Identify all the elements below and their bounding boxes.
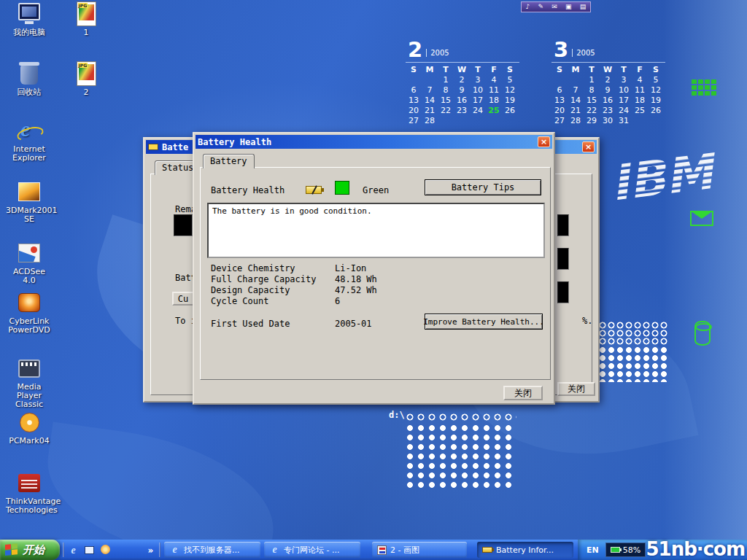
desktop-icon-thinkvantage[interactable]: ThinkVantage Technologies bbox=[6, 470, 53, 515]
calendar-day: 7 bbox=[422, 85, 438, 96]
calendar-day: 28 bbox=[568, 116, 584, 126]
close-icon[interactable] bbox=[538, 136, 550, 147]
close-button[interactable]: 关闭 bbox=[557, 382, 595, 396]
tab-battery[interactable]: Battery bbox=[203, 154, 255, 168]
calendar-day: 21 bbox=[568, 106, 584, 116]
media-player-icon bbox=[101, 545, 110, 554]
taskbar-task-paint[interactable]: 2 - 画图 bbox=[372, 542, 467, 558]
desktop-icon-pcmark04[interactable]: PCMark04 bbox=[6, 410, 53, 446]
notes-icon[interactable] bbox=[580, 4, 587, 10]
desktop: 22005SMTWTFS1234567891011121314151617181… bbox=[0, 0, 747, 560]
battery-health-dialog[interactable]: Battery Health Battery Battery Health Gr… bbox=[193, 132, 555, 405]
desktop-icon-acdsee[interactable]: ACDSee 4.0 bbox=[6, 241, 53, 285]
health-label: Battery Health bbox=[211, 185, 285, 195]
calendar-day-header: T bbox=[470, 65, 486, 75]
desktop-icon-my-computer[interactable]: 我的电脑 bbox=[6, 1, 53, 37]
internet-explorer-icon bbox=[17, 118, 42, 143]
task-label: 专门网论坛 - ... bbox=[284, 545, 339, 556]
speaker-icon[interactable] bbox=[526, 4, 530, 10]
media-player-classic-icon bbox=[18, 359, 40, 378]
desktop-icon-label: 2 bbox=[67, 88, 105, 97]
calendar-day: 9 bbox=[454, 85, 470, 96]
taskbar-task-forum[interactable]: 专门网论坛 - ... bbox=[264, 542, 360, 558]
calendar-day: 8 bbox=[438, 85, 454, 96]
quicklaunch-more[interactable] bbox=[144, 543, 157, 556]
jpg-file-icon: JPG bbox=[77, 1, 96, 26]
calendar-day: 1 bbox=[438, 75, 454, 85]
calendar-day-header: M bbox=[568, 65, 584, 75]
desktop-icon-3dmark2001[interactable]: 3DMark2001 SE bbox=[6, 179, 53, 224]
calendar-day: 21 bbox=[422, 106, 438, 116]
calendar-day: 5 bbox=[648, 75, 664, 85]
pen-icon[interactable] bbox=[538, 4, 544, 10]
ie-icon bbox=[172, 544, 177, 556]
calendar-day: 15 bbox=[584, 96, 600, 106]
percent-text: %. bbox=[582, 316, 592, 326]
calendar-day: 4 bbox=[632, 75, 648, 85]
desktop-icon-label: 我的电脑 bbox=[6, 28, 53, 37]
calendar-day: 10 bbox=[470, 85, 486, 96]
dot-pattern-filled bbox=[406, 424, 516, 488]
calendar-day: 2 bbox=[600, 75, 616, 85]
calendar-day bbox=[470, 116, 486, 126]
calendar-day: 2 bbox=[454, 75, 470, 85]
calendar-month: 3 bbox=[554, 41, 568, 59]
monitor-icon[interactable] bbox=[565, 4, 572, 10]
calendar-day: 12 bbox=[648, 85, 664, 96]
calendar-day: 8 bbox=[584, 85, 600, 96]
taskbar-task-battery-information[interactable]: Battery Infor... bbox=[477, 542, 573, 558]
taskbar-separator bbox=[63, 542, 64, 557]
start-button[interactable]: 开始 bbox=[0, 540, 60, 560]
dialog-panel: Battery Health Green Battery Tips The ba… bbox=[200, 167, 551, 380]
desktop-icon-jpg-2[interactable]: JPG 2 bbox=[67, 61, 105, 97]
mail-icon[interactable] bbox=[551, 4, 557, 10]
dialog-titlebar[interactable]: Battery Health bbox=[196, 135, 552, 149]
close-icon[interactable] bbox=[582, 141, 595, 152]
windows-flag-icon bbox=[5, 543, 19, 557]
calendar-day: 20 bbox=[406, 106, 422, 116]
desktop-icon-jpg-1[interactable]: JPG 1 bbox=[67, 1, 105, 37]
language-indicator[interactable]: EN bbox=[587, 545, 599, 555]
desktop-icon-powerdvd[interactable]: CyberLink PowerDVD bbox=[6, 290, 53, 335]
envelope-icon bbox=[690, 211, 713, 226]
field-label: Cycle Count bbox=[211, 296, 268, 306]
calendar-day: 3 bbox=[470, 75, 486, 85]
thinkvantage-icon bbox=[18, 474, 40, 492]
calendar-day: 13 bbox=[551, 96, 568, 106]
improve-battery-health-button[interactable]: Improve Battery Health... bbox=[425, 314, 543, 330]
desktop-icon-internet-explorer[interactable]: Internet Explorer bbox=[6, 118, 53, 163]
calendar-day: 6 bbox=[551, 85, 568, 96]
calendar-day: 24 bbox=[616, 106, 632, 116]
quicklaunch-show-desktop[interactable] bbox=[83, 543, 96, 556]
floating-toolbar[interactable] bbox=[521, 1, 591, 12]
acdsee-icon bbox=[18, 244, 40, 262]
close-button[interactable]: 关闭 bbox=[503, 386, 543, 400]
first-used-label: First Used Date bbox=[211, 319, 290, 329]
calendar-day: 15 bbox=[438, 96, 454, 106]
desktop-icon-label: Internet Explorer bbox=[6, 145, 53, 163]
calendar-day: 14 bbox=[568, 96, 584, 106]
taskbar-task-server[interactable]: 找不到服务器... bbox=[164, 542, 260, 558]
calendar-day: 10 bbox=[616, 85, 632, 96]
calendar-day-header: S bbox=[502, 65, 518, 75]
calendar-day: 6 bbox=[406, 85, 422, 96]
battery-status-indicator[interactable]: 58% bbox=[605, 542, 646, 557]
desktop-icon-recycle-bin[interactable]: 回收站 bbox=[6, 61, 53, 97]
recycle-bin-icon bbox=[20, 65, 38, 85]
current-button[interactable]: Cu bbox=[172, 292, 194, 306]
battery-tips-button[interactable]: Battery Tips bbox=[425, 179, 541, 195]
quicklaunch-media[interactable] bbox=[99, 543, 112, 556]
calendar-day: 11 bbox=[632, 85, 648, 96]
meter-block bbox=[557, 214, 569, 236]
jpg-file-icon: JPG bbox=[77, 61, 96, 86]
desktop-icon-media-player-classic[interactable]: Media Player Classic bbox=[6, 356, 53, 409]
show-desktop-icon bbox=[85, 546, 94, 554]
quicklaunch-ie[interactable] bbox=[67, 543, 80, 556]
calendar-day bbox=[486, 116, 502, 126]
calendar-day bbox=[454, 116, 470, 126]
pcmark-icon bbox=[20, 413, 39, 432]
calendar-day: 17 bbox=[470, 96, 486, 106]
condition-textbox: The battery is in good condition. bbox=[207, 203, 545, 258]
calendar-day-header: T bbox=[438, 65, 454, 75]
desktop-icon-label: Media Player Classic bbox=[6, 383, 53, 409]
